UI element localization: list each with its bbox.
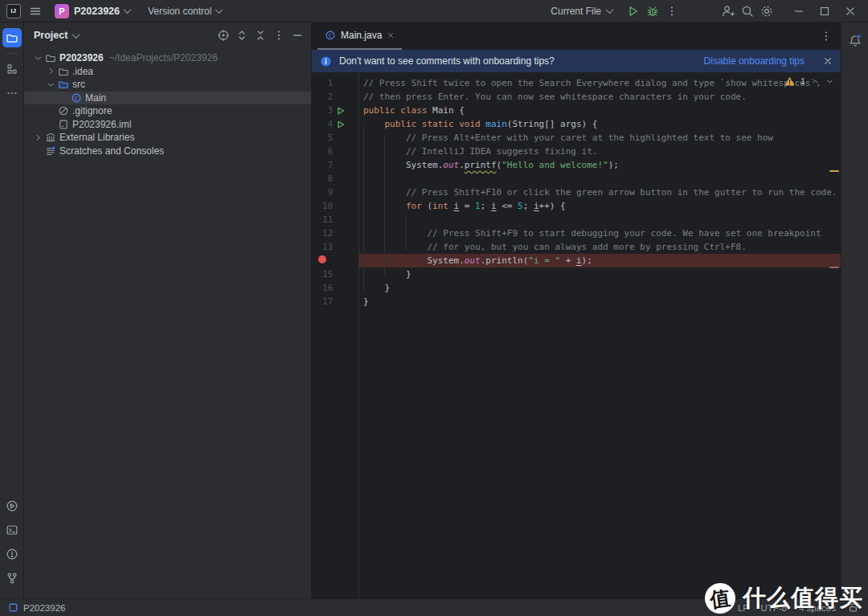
gutter[interactable]: 4 — [312, 117, 358, 131]
chevron-right-icon[interactable] — [45, 67, 56, 75]
code-line-3[interactable]: 3public class Main { — [312, 104, 841, 117]
tree-item-gitignore[interactable]: .gitignore — [24, 104, 311, 118]
gutter[interactable] — [312, 254, 358, 267]
code-line-2[interactable]: 2// then press Enter. You can now see wh… — [312, 90, 841, 104]
project-panel-title[interactable]: Project — [34, 30, 68, 41]
run-configuration-selector[interactable]: Current File — [544, 4, 619, 18]
code-line-7[interactable]: 7 System.out.printf("Hello and welcome!"… — [312, 158, 841, 172]
gutter-breakpoint-cell[interactable] — [312, 254, 333, 267]
expand-all-button[interactable] — [232, 27, 251, 45]
chevron-down-icon[interactable] — [45, 80, 56, 89]
minimize-button[interactable] — [786, 1, 812, 22]
code-line-text[interactable]: // Press Alt+Enter with your caret at th… — [358, 131, 841, 145]
collapse-all-button[interactable] — [251, 27, 269, 45]
code-with-me-button[interactable] — [719, 2, 738, 21]
gutter[interactable]: 10 — [312, 199, 358, 213]
code-line-8[interactable]: 8 — [312, 172, 841, 186]
tab-main-java[interactable]: C Main.java — [317, 22, 402, 50]
code-line-text[interactable]: for (int i = 1; i <= 5; i++) { — [358, 199, 841, 213]
project-tool-button[interactable] — [2, 28, 22, 47]
structure-tool-button[interactable] — [2, 59, 22, 79]
code-line-11[interactable]: 11 — [312, 213, 841, 226]
gutter[interactable]: 8 — [312, 172, 358, 186]
select-opened-file-button[interactable] — [214, 27, 232, 45]
more-tool-windows-button[interactable] — [2, 84, 22, 103]
hide-panel-button[interactable] — [288, 27, 306, 45]
code-line-text[interactable]: // for you, but you can always add more … — [358, 240, 841, 254]
gutter[interactable]: 13 — [312, 240, 358, 254]
code-line-text[interactable]: // IntelliJ IDEA suggests fixing it. — [358, 145, 841, 158]
gutter[interactable]: 3 — [312, 104, 358, 117]
code-line-14[interactable]: System.out.println("i = " + i); — [312, 254, 841, 267]
gutter[interactable]: 5 — [312, 131, 358, 145]
main-menu-button[interactable] — [26, 2, 45, 21]
vcs-widget[interactable]: Version control — [143, 4, 227, 18]
code-line-text[interactable]: // Press Shift twice to open the Search … — [358, 76, 841, 90]
code-line-12[interactable]: 12 // Press Shift+F9 to start debugging … — [312, 226, 841, 240]
error-stripe-mark[interactable] — [829, 267, 839, 268]
run-gutter-icon[interactable] — [333, 120, 349, 129]
panel-options-button[interactable] — [269, 27, 288, 45]
problems-tool-button[interactable] — [2, 545, 22, 564]
disable-onboarding-tips-link[interactable]: Disable onboarding tips — [704, 55, 805, 67]
chevron-right-icon[interactable] — [32, 133, 43, 142]
tree-item-main[interactable]: CMain — [24, 92, 311, 105]
tree-item-src[interactable]: src — [24, 78, 311, 92]
code-line-text[interactable]: // Press Shift+F10 or click the green ar… — [358, 186, 841, 199]
code-line-9[interactable]: 9 // Press Shift+F10 or click the green … — [312, 186, 841, 199]
gutter[interactable]: 9 — [312, 186, 358, 199]
code-line-15[interactable]: 15 } — [312, 267, 841, 281]
code-line-text[interactable] — [358, 172, 841, 186]
status-project-widget[interactable]: P2023926 — [8, 602, 65, 613]
gutter[interactable]: 12 — [312, 226, 358, 240]
code-line-text[interactable]: System.out.println("i = " + i); — [358, 254, 841, 267]
error-stripe-warning-mark[interactable] — [829, 170, 839, 172]
notifications-button[interactable] — [845, 31, 865, 51]
code-editor[interactable]: 1 1// Press Shift twice to open the Sear… — [312, 72, 841, 598]
code-line-17[interactable]: 17} — [312, 295, 841, 308]
search-everywhere-button[interactable] — [738, 2, 757, 21]
tree-item-external-libraries[interactable]: External Libraries — [24, 131, 311, 145]
gutter[interactable]: 1 — [312, 76, 358, 90]
more-actions-button[interactable] — [662, 2, 682, 21]
tree-item-scratches[interactable]: Scratches and Consoles — [24, 145, 311, 158]
gutter[interactable]: 6 — [312, 145, 358, 158]
tree-item-iml[interactable]: P2023926.iml — [24, 118, 311, 132]
code-line-6[interactable]: 6 // IntelliJ IDEA suggests fixing it. — [312, 145, 841, 158]
tab-close-button[interactable] — [387, 31, 395, 39]
debug-button[interactable] — [643, 2, 662, 21]
gutter[interactable]: 7 — [312, 158, 358, 172]
code-line-5[interactable]: 5 // Press Alt+Enter with your caret at … — [312, 131, 841, 145]
code-line-text[interactable]: } — [358, 267, 841, 281]
settings-button[interactable] — [757, 2, 776, 21]
run-gutter-icon[interactable] — [333, 107, 349, 115]
code-line-13[interactable]: 13 // for you, but you can always add mo… — [312, 240, 841, 254]
inspections-widget[interactable]: 1 — [784, 76, 834, 86]
tab-bar-options-button[interactable] — [817, 27, 836, 46]
code-line-text[interactable]: public class Main { — [358, 104, 841, 117]
run-button[interactable] — [624, 2, 643, 21]
gutter[interactable]: 2 — [312, 90, 358, 104]
code-line-text[interactable] — [358, 213, 841, 226]
tree-item-root[interactable]: P2023926~/IdeaProjects/P2023926 — [24, 51, 311, 65]
code-line-text[interactable]: public static void main(String[] args) { — [358, 117, 841, 131]
gutter[interactable]: 15 — [312, 267, 358, 281]
terminal-tool-button[interactable] — [2, 520, 22, 540]
code-line-4[interactable]: 4 public static void main(String[] args)… — [312, 117, 841, 131]
run-tool-button[interactable] — [2, 496, 22, 516]
code-line-16[interactable]: 16 } — [312, 281, 841, 295]
code-line-text[interactable]: System.out.printf("Hello and welcome!"); — [358, 158, 841, 172]
gutter[interactable]: 16 — [312, 281, 358, 295]
chevron-down-icon[interactable] — [32, 54, 43, 63]
code-line-text[interactable]: } — [358, 281, 841, 295]
banner-close-button[interactable] — [823, 56, 833, 66]
code-line-text[interactable]: // Press Shift+F9 to start debugging you… — [358, 226, 841, 240]
close-window-button[interactable] — [837, 1, 863, 22]
maximize-button[interactable] — [812, 1, 837, 22]
code-line-10[interactable]: 10 for (int i = 1; i <= 5; i++) { — [312, 199, 841, 213]
tree-item-idea[interactable]: .idea — [24, 65, 311, 79]
breakpoint-icon[interactable] — [318, 255, 326, 263]
code-line-text[interactable]: // then press Enter. You can now see whi… — [358, 90, 841, 104]
git-tool-button[interactable] — [2, 569, 22, 588]
project-selector[interactable]: P P2023926 — [50, 2, 135, 20]
